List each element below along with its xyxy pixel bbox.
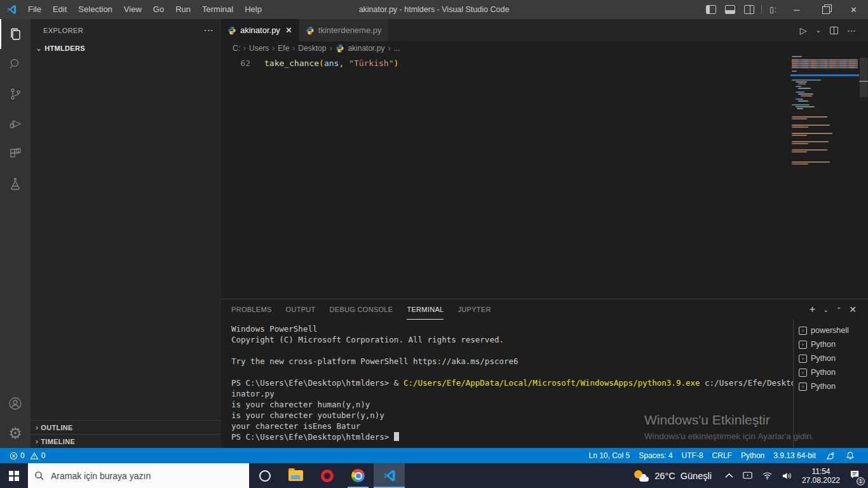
minimap-line: [792, 116, 827, 118]
minimap-line: [792, 161, 830, 163]
timeline-section[interactable]: › TIMELINE: [31, 434, 221, 448]
cast-display-icon[interactable]: [742, 471, 753, 480]
breadcrumb-item[interactable]: C:: [233, 44, 240, 53]
maximize-panel-icon[interactable]: ⌃: [836, 306, 841, 313]
encoding[interactable]: UTF-8: [677, 448, 708, 463]
terminal-instance-label: Python: [811, 340, 836, 349]
show-hidden-icons-chevron[interactable]: [725, 473, 733, 478]
panel-tab-jupyter[interactable]: JUPYTER: [458, 299, 491, 320]
activity-bar: ⚙: [0, 19, 31, 448]
toggle-sidebar-icon[interactable]: [706, 5, 716, 14]
panel-tab-debug-console[interactable]: DEBUG CONSOLE: [330, 299, 393, 320]
account-icon[interactable]: [0, 388, 31, 418]
terminal-prompt-icon: ›: [799, 369, 807, 377]
terminal-line: Copyright (C) Microsoft Corporation. All…: [231, 334, 793, 345]
extensions-icon[interactable]: [0, 139, 31, 168]
terminal-instance-Python[interactable]: ›Python: [799, 379, 868, 393]
outline-section[interactable]: › OUTLINE: [31, 420, 221, 434]
close-icon[interactable]: ✕: [285, 25, 292, 35]
terminal-text: PS C:\Users\Efe\Desktop\htmlders> &: [231, 378, 403, 388]
toggle-secondary-sidebar-icon[interactable]: [744, 5, 754, 14]
minimize-button[interactable]: ─: [782, 0, 811, 19]
indentation[interactable]: Spaces: 4: [634, 448, 677, 463]
menu-edit[interactable]: Edit: [47, 0, 72, 19]
terminal-text: is your charecter human(y,n)y: [231, 400, 370, 409]
cursor-position[interactable]: Ln 10, Col 5: [584, 448, 634, 463]
start-button[interactable]: [0, 463, 28, 488]
terminal-instance-Python[interactable]: ›Python: [799, 337, 868, 351]
language-mode[interactable]: Python: [736, 448, 769, 463]
terminal-output[interactable]: Windows PowerShellCopyright (C) Microsof…: [221, 320, 793, 448]
terminal-dropdown-chevron-icon[interactable]: ⌄: [823, 306, 828, 313]
tab-akinator.py[interactable]: akinator.py✕: [221, 19, 299, 41]
wifi-icon[interactable]: [762, 471, 773, 480]
problems-status[interactable]: 0 0: [5, 448, 50, 463]
menu-go[interactable]: Go: [147, 0, 170, 19]
panel-tab-terminal[interactable]: TERMINAL: [407, 299, 444, 320]
line-number: 62: [221, 57, 250, 69]
run-dropdown-chevron-icon[interactable]: ⌄: [816, 27, 821, 34]
source-control-icon[interactable]: [0, 79, 31, 109]
feedback-icon[interactable]: [820, 448, 841, 463]
code-editor[interactable]: 62 take_chance(ans, "Türkish"): [221, 55, 868, 299]
menu-run[interactable]: Run: [170, 0, 196, 19]
panel-tab-problems[interactable]: PROBLEMS: [231, 299, 272, 320]
breadcrumb-item[interactable]: Efe: [278, 44, 289, 53]
tab-tkinterdeneme.py[interactable]: tkinterdeneme.py: [299, 19, 389, 41]
minimap-line: [796, 98, 803, 100]
restore-button[interactable]: [811, 0, 839, 19]
breadcrumb-separator-icon: ›: [329, 44, 332, 53]
run-debug-icon[interactable]: [0, 109, 31, 139]
taskbar-clock[interactable]: 11:54 27.08.2022: [802, 467, 840, 485]
python-file-icon: [336, 44, 344, 53]
chrome-icon[interactable]: [342, 463, 374, 488]
python-interpreter[interactable]: 3.9.13 64-bit: [769, 448, 820, 463]
menu-selection[interactable]: Selection: [72, 0, 118, 19]
opera-icon[interactable]: [311, 463, 342, 488]
breadcrumb-item[interactable]: ...: [393, 44, 400, 53]
explorer-icon[interactable]: [0, 19, 31, 49]
folder-htmlders[interactable]: ⌄ HTMLDERS: [31, 41, 221, 55]
customize-layout-icon[interactable]: ▯:: [770, 5, 777, 14]
minimap-line: [801, 95, 812, 97]
run-python-file-icon[interactable]: ▷: [800, 25, 807, 36]
breadcrumb-item[interactable]: akinator.py: [348, 44, 384, 53]
split-editor-icon[interactable]: [830, 27, 838, 34]
settings-gear-icon[interactable]: ⚙: [0, 418, 31, 448]
terminal-instance-Python[interactable]: ›Python: [799, 351, 868, 365]
taskbar-search-input[interactable]: Aramak için buraya yazın: [28, 463, 249, 488]
minimap-line: [792, 135, 807, 136]
action-center-icon[interactable]: 1: [849, 470, 860, 482]
menu-bar: FileEditSelectionViewGoRunTerminalHelp: [22, 0, 268, 19]
new-terminal-icon[interactable]: +: [810, 303, 816, 316]
testing-icon[interactable]: [0, 168, 31, 198]
terminal-instance-Python[interactable]: ›Python: [799, 365, 868, 379]
breadcrumb-item[interactable]: Users: [249, 44, 269, 53]
menu-help[interactable]: Help: [239, 0, 268, 19]
notifications-bell-icon[interactable]: [841, 448, 862, 463]
breadcrumb-separator-icon: ›: [292, 44, 295, 53]
menu-view[interactable]: View: [118, 0, 147, 19]
breadcrumb-item[interactable]: Desktop: [298, 44, 326, 53]
volume-icon[interactable]: [782, 471, 792, 480]
terminal-text: is your charecter youtuber(y,n)y: [231, 410, 384, 420]
search-icon[interactable]: [0, 49, 31, 79]
explorer-more-actions-icon[interactable]: ⋯: [204, 25, 214, 36]
close-panel-icon[interactable]: ✕: [849, 304, 857, 315]
terminal-instance-powershell[interactable]: ›powershell: [799, 323, 868, 337]
weather-widget[interactable]: 26°C Güneşli: [634, 470, 712, 482]
vscode-taskbar-icon[interactable]: [374, 463, 405, 488]
panel-tab-output[interactable]: OUTPUT: [286, 299, 316, 320]
minimap[interactable]: [790, 55, 859, 299]
menu-terminal[interactable]: Terminal: [196, 0, 239, 19]
terminal-text: your charecter isEnes Batur: [231, 421, 360, 431]
chevron-right-icon: ›: [36, 437, 38, 446]
file-explorer-icon[interactable]: [280, 463, 311, 488]
editor-more-actions-icon[interactable]: ⋯: [847, 25, 856, 36]
cortana-icon[interactable]: [249, 463, 280, 488]
toggle-panel-icon[interactable]: [725, 5, 735, 14]
close-button[interactable]: ✕: [839, 0, 868, 19]
menu-file[interactable]: File: [22, 0, 47, 19]
eol-sequence[interactable]: CRLF: [708, 448, 736, 463]
editor-scrollbar[interactable]: [859, 55, 868, 299]
